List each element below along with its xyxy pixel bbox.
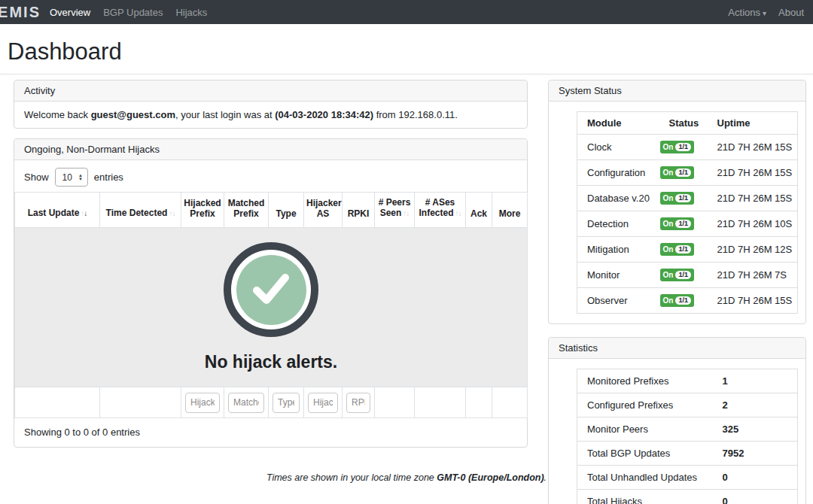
module-name: Configuration <box>577 160 659 186</box>
col-header-ack: Ack <box>466 193 492 228</box>
module-uptime: 21D 7H 26M 10S <box>708 211 798 237</box>
col-label: Matched Prefix <box>228 198 265 219</box>
status-col-uptime: Uptime <box>708 112 798 135</box>
col-header-peers-seen[interactable]: # Peers Seen↑↓ <box>375 193 415 228</box>
status-col-status: Status <box>659 112 708 135</box>
stats-table: Monitored Prefixes1Configured Prefixes2M… <box>577 369 798 504</box>
status-row-mitigation: MitigationOn1/121D 7H 26M 12S <box>577 237 798 263</box>
status-row-observer: ObserverOn1/121D 7H 26M 15S <box>577 288 798 314</box>
status-row-clock: ClockOn1/121D 7H 26M 15S <box>577 135 798 160</box>
module-uptime: 21D 7H 26M 15S <box>708 135 798 160</box>
checkmark-icon <box>246 265 296 314</box>
check-circle-icon <box>224 242 318 337</box>
entries-label: entries <box>94 172 123 183</box>
welcome-suffix: . <box>455 109 458 120</box>
filter-cell-time-detected <box>100 387 181 418</box>
hijacks-header: Ongoing, Non-Dormant Hijacks <box>14 139 527 160</box>
col-header-ases-infected[interactable]: # ASes Infected↑↓ <box>415 193 466 228</box>
col-header-matched-prefix: Matched Prefix <box>224 193 269 228</box>
col-header-time-detected[interactable]: Time Detected↑↓ <box>100 193 181 228</box>
tz-zone: GMT-0 (Europe/London) <box>437 472 544 483</box>
status-row-configuration: ConfigurationOn1/121D 7H 26M 15S <box>577 160 798 186</box>
activity-panel: Activity Welcome back guest@guest.com, y… <box>14 80 528 129</box>
nav-links: OverviewBGP UpdatesHijacks <box>50 7 207 18</box>
filter-hijacked-prefix-input[interactable] <box>185 393 220 413</box>
col-label: Hijacker AS <box>306 198 342 219</box>
module-uptime: 21D 7H 26M 7S <box>708 263 798 288</box>
filter-rpki-input[interactable] <box>346 393 370 413</box>
stat-label: Total Hijacks <box>577 490 713 504</box>
login-ip: 192.168.0.11 <box>398 109 455 120</box>
col-label: Time Detected <box>106 208 168 218</box>
module-status-cell: On1/1 <box>659 263 708 288</box>
status-badge: On1/1 <box>660 294 694 307</box>
empty-state: No hijack alerts. <box>15 228 528 387</box>
col-label: Type <box>276 208 296 219</box>
hijacks-table: Last Update↑↓Time Detected↑↓Hijacked Pre… <box>14 192 528 418</box>
col-header-hijacker-as: Hijacker AS <box>304 193 343 228</box>
show-label: Show <box>24 172 49 183</box>
status-count-badge: 1/1 <box>675 245 691 254</box>
col-label: Last Update <box>28 208 80 218</box>
title-divider <box>0 74 813 74</box>
filter-cell-hijacked-prefix <box>181 387 224 418</box>
stat-label: Monitor Peers <box>577 417 713 442</box>
status-count-badge: 1/1 <box>675 194 691 202</box>
actions-menu[interactable]: Actions▾ <box>728 7 766 18</box>
sort-icon: ↑↓ <box>455 209 461 217</box>
system-status-panel: System Status ModuleStatusUptime ClockOn… <box>548 80 806 324</box>
app-logo: ARTEMIS <box>0 4 41 21</box>
status-count-badge: 1/1 <box>675 220 691 228</box>
module-name: Database v.20 <box>577 186 659 211</box>
col-label: More <box>499 208 521 219</box>
module-name: Observer <box>577 288 659 314</box>
page-size-select[interactable]: 10 ▲▼ <box>55 168 88 187</box>
nav-item-bgp-updates[interactable]: BGP Updates <box>103 7 163 18</box>
nav-item-overview[interactable]: Overview <box>50 7 90 18</box>
status-count-badge: 1/1 <box>675 271 691 279</box>
about-link[interactable]: About <box>778 7 804 18</box>
user-email: guest@guest.com <box>91 109 175 120</box>
sort-icon: ↑↓ <box>169 209 175 217</box>
stat-row-total-bgp-updates: Total BGP Updates7952 <box>577 442 798 466</box>
page-size-value: 10 <box>62 172 72 183</box>
col-header-rpki: RPKI <box>343 193 375 228</box>
stat-label: Total BGP Updates <box>577 442 713 466</box>
status-badge: On1/1 <box>660 192 694 205</box>
filter-type-input[interactable] <box>273 393 300 413</box>
col-label: RPKI <box>348 208 370 219</box>
col-label: Hijacked Prefix <box>184 198 221 219</box>
filter-cell-ases-infected <box>415 387 466 418</box>
main-content: Dashboard Activity Welcome back guest@gu… <box>0 38 813 504</box>
page-title: Dashboard <box>8 38 813 66</box>
status-badge: On1/1 <box>660 217 694 230</box>
tz-suffix: . <box>544 472 547 483</box>
filter-cell-matched-prefix <box>224 387 269 418</box>
actions-label: Actions <box>728 7 760 18</box>
filter-cell-peers-seen <box>375 387 415 418</box>
filter-cell-rpki <box>343 387 375 418</box>
filter-hijacker-as-input[interactable] <box>308 393 338 413</box>
select-arrows-icon: ▲▼ <box>78 174 83 181</box>
module-uptime: 21D 7H 26M 15S <box>708 186 798 211</box>
module-status-cell: On1/1 <box>659 186 708 211</box>
last-login-time: (04-03-2020 18:34:42) <box>275 109 373 120</box>
stat-row-configured-prefixes: Configured Prefixes2 <box>577 393 798 417</box>
module-uptime: 21D 7H 26M 15S <box>708 288 798 314</box>
stat-value: 1 <box>713 369 798 393</box>
status-table: ModuleStatusUptime ClockOn1/121D 7H 26M … <box>577 111 798 314</box>
filter-matched-prefix-input[interactable] <box>228 393 264 413</box>
col-header-last-update[interactable]: Last Update↑↓ <box>15 193 100 228</box>
module-status-cell: On1/1 <box>659 160 708 186</box>
tz-prefix: Times are shown in your local time zone <box>266 472 437 483</box>
col-header-type: Type <box>269 193 304 228</box>
nav-item-hijacks[interactable]: Hijacks <box>175 7 207 18</box>
filter-cell-type <box>269 387 304 418</box>
no-alerts-message: No hijack alerts. <box>205 352 337 372</box>
status-badge: On1/1 <box>660 243 694 256</box>
stat-value: 2 <box>713 393 798 417</box>
status-badge: On1/1 <box>660 141 694 153</box>
page-size-control: Show 10 ▲▼ entries <box>24 168 517 187</box>
col-header-hijacked-prefix: Hijacked Prefix <box>181 193 224 228</box>
module-uptime: 21D 7H 26M 15S <box>708 160 798 186</box>
